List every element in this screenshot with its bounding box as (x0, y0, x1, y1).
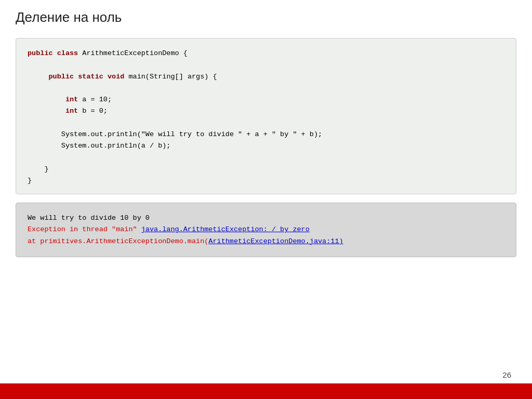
code-line-4 (28, 83, 504, 94)
keyword-void: void (108, 73, 124, 81)
code-line-10 (28, 152, 504, 163)
code-line-2 (28, 59, 504, 71)
output-line-3: at primitives.ArithmeticExceptionDemo.ma… (28, 236, 504, 247)
page-number: 26 (502, 370, 511, 379)
code-line-5: int a = 10; (28, 94, 504, 105)
page-title: Деление на ноль (0, 0, 532, 33)
code-block: public class ArithmeticExceptionDemo { p… (16, 38, 516, 194)
footer-bar (0, 383, 532, 399)
keyword-int2: int (65, 107, 78, 115)
code-line-6: int b = 0; (28, 105, 504, 117)
code-line-3: public static void main(String[] args) { (28, 71, 504, 83)
keyword-class: class (57, 49, 78, 57)
keyword-public: public (28, 49, 53, 57)
output-line-2: Exception in thread "main" java.lang.Ari… (28, 224, 504, 235)
keyword-public2: public (49, 73, 74, 81)
code-line-7 (28, 117, 504, 129)
keyword-static: static (78, 73, 103, 81)
code-line-8: System.out.println("We will try to divid… (28, 129, 504, 140)
code-line-12: } (28, 175, 504, 187)
output-block: We will try to divide 10 by 0 Exception … (16, 203, 516, 257)
keyword-int1: int (65, 96, 78, 103)
output-line-1: We will try to divide 10 by 0 (28, 212, 504, 224)
code-line-1: public class ArithmeticExceptionDemo { (28, 48, 504, 59)
code-line-9: System.out.println(a / b); (28, 140, 504, 152)
code-line-11: } (28, 164, 504, 175)
